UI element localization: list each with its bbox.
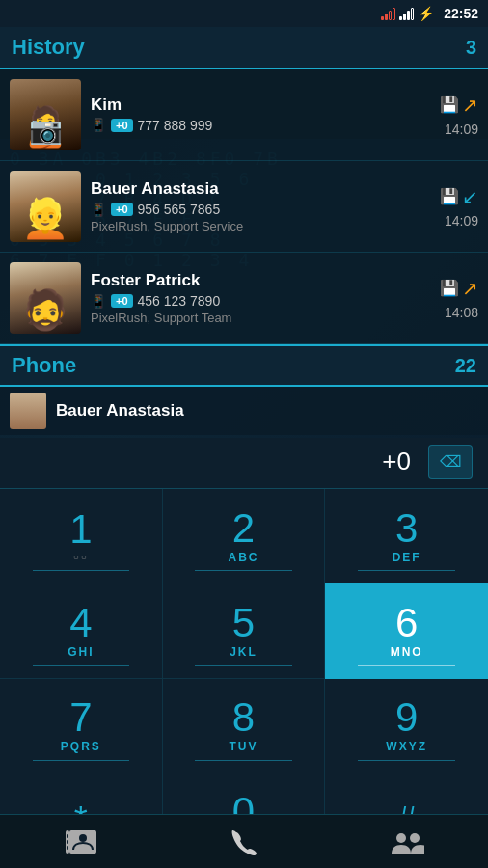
dial-key-letters-9: WXYZ xyxy=(386,740,427,753)
contact-name-foster: Foster Patrick xyxy=(91,271,425,290)
battery-icon: ⚡ xyxy=(418,6,434,21)
svg-rect-1 xyxy=(67,834,68,838)
call-icons-kim: 💾 ↗ xyxy=(440,94,478,117)
sim-icon-foster: 💾 xyxy=(440,279,459,297)
dial-key-6[interactable]: 6 MNO xyxy=(325,583,488,678)
contact-meta-foster: 💾 ↗ 14:08 xyxy=(425,277,478,320)
phone-nav-icon xyxy=(230,828,258,855)
contact-item-bauer[interactable]: 👱 Bauer Anastasia 📱 +0 956 565 7865 Pixe… xyxy=(0,161,488,253)
avatar-bauer: 👱 xyxy=(10,171,81,242)
call-time-kim: 14:09 xyxy=(445,122,478,137)
dial-key-underline-7 xyxy=(33,760,130,761)
svg-point-7 xyxy=(410,833,420,843)
contact-company-foster: PixelRush, Support Team xyxy=(91,311,425,325)
dial-key-9[interactable]: 9 WXYZ xyxy=(325,679,488,773)
contact-item-foster[interactable]: 🧔 Foster Patrick 📱 +0 456 123 7890 Pixel… xyxy=(0,253,488,344)
dial-key-number-6: 6 xyxy=(395,603,418,643)
dial-key-number-8: 8 xyxy=(232,697,255,738)
plus-badge-kim: +0 xyxy=(111,119,133,132)
dial-key-number-7: 7 xyxy=(69,697,92,738)
call-time-bauer: 14:09 xyxy=(445,213,478,229)
history-count: 3 xyxy=(466,37,476,59)
call-icons-bauer: 💾 ↙ xyxy=(440,185,478,208)
dial-key-underline-2 xyxy=(195,570,292,571)
contact-info-bauer: Bauer Anastasia 📱 +0 956 565 7865 PixelR… xyxy=(91,179,425,233)
dial-key-3[interactable]: 3 DEF xyxy=(325,489,488,583)
main-container: History 3 🙎 Kim 📱 +0 777 888 999 xyxy=(0,27,488,868)
phone-icon-kim: 📱 xyxy=(91,118,106,132)
dial-key-letters-1: ○○ xyxy=(73,552,89,562)
plus-badge-foster: +0 xyxy=(111,294,133,308)
dial-key-number-5: 5 xyxy=(232,603,255,643)
status-bar: ⚡ 22:52 xyxy=(0,0,488,27)
signal-2-icon xyxy=(399,8,414,20)
backspace-icon: ⌫ xyxy=(440,452,462,471)
nav-groups-button[interactable] xyxy=(378,815,436,868)
call-direction-kim: ↗ xyxy=(462,94,478,117)
backspace-button[interactable]: ⌫ xyxy=(428,445,473,479)
dial-key-letters-4: GHI xyxy=(68,645,94,659)
signal-1-icon xyxy=(381,8,395,20)
number-text-kim: 777 888 999 xyxy=(138,118,213,133)
phone-title: Phone xyxy=(12,353,76,378)
bottom-nav xyxy=(0,814,488,868)
phone-icon-foster: 📱 xyxy=(91,294,106,309)
number-text-foster: 456 123 7890 xyxy=(138,293,221,309)
contact-number-bauer: 📱 +0 956 565 7865 xyxy=(91,202,425,217)
history-header: History 3 xyxy=(0,27,488,69)
dial-key-4[interactable]: 4 GHI xyxy=(0,583,163,678)
dial-key-7[interactable]: 7 PQRS xyxy=(0,679,163,773)
dial-key-underline-6 xyxy=(358,665,455,666)
contact-list: 🙎 Kim 📱 +0 777 888 999 💾 ↗ xyxy=(0,69,488,344)
contact-list-container: 🙎 Kim 📱 +0 777 888 999 💾 ↗ xyxy=(0,69,488,344)
contact-company-bauer: PixelRush, Support Service xyxy=(91,219,425,233)
contact-info-kim: Kim 📱 +0 777 888 999 xyxy=(91,95,425,135)
contact-meta-bauer: 💾 ↙ 14:09 xyxy=(425,185,478,229)
dial-key-number-4: 4 xyxy=(69,603,92,643)
dial-pad: 1 ○○ 2 ABC 3 DEF 4 GHI 5 JKL xyxy=(0,489,488,868)
phone-icon-bauer: 📱 xyxy=(91,203,106,217)
dial-key-letters-6: MNO xyxy=(391,645,423,659)
contact-name-kim: Kim xyxy=(91,95,425,115)
dial-key-1[interactable]: 1 ○○ xyxy=(0,489,163,583)
dial-key-number-3: 3 xyxy=(395,508,418,549)
dialer-number-display: +0 xyxy=(15,447,411,476)
groups-icon xyxy=(390,828,424,855)
svg-point-5 xyxy=(79,834,87,842)
svg-rect-2 xyxy=(67,840,68,844)
dial-key-number-1: 1 xyxy=(69,509,92,550)
dial-key-number-9: 9 xyxy=(395,697,418,738)
dial-key-letters-3: DEF xyxy=(393,551,421,564)
phone-count: 22 xyxy=(455,355,476,377)
nav-phone-button[interactable] xyxy=(215,815,273,868)
dial-key-underline-3 xyxy=(358,570,455,571)
dial-key-underline-1 xyxy=(33,570,130,571)
plus-badge-bauer: +0 xyxy=(111,203,133,216)
dialer-input-area: +0 ⌫ xyxy=(0,435,488,489)
contact-item-kim[interactable]: 🙎 Kim 📱 +0 777 888 999 💾 ↗ xyxy=(0,69,488,161)
svg-rect-3 xyxy=(67,846,68,850)
dial-key-underline-9 xyxy=(358,760,455,761)
contact-name-bauer: Bauer Anastasia xyxy=(91,179,425,199)
dial-key-underline-4 xyxy=(33,665,130,666)
contacts-icon xyxy=(66,828,96,855)
partial-contact[interactable]: Bauer Anastasia xyxy=(0,387,488,435)
avatar-kim: 🙎 xyxy=(10,79,81,150)
svg-point-6 xyxy=(396,833,406,843)
sim-icon-kim: 💾 xyxy=(440,95,459,114)
history-title: History xyxy=(12,35,85,60)
dial-key-2[interactable]: 2 ABC xyxy=(163,489,326,583)
contact-meta-kim: 💾 ↗ 14:09 xyxy=(425,94,478,137)
contact-info-foster: Foster Patrick 📱 +0 456 123 7890 PixelRu… xyxy=(91,271,425,325)
dial-key-underline-8 xyxy=(195,760,292,761)
dial-key-letters-8: TUV xyxy=(229,740,258,753)
dial-key-letters-2: ABC xyxy=(228,551,258,564)
time-display: 22:52 xyxy=(444,6,478,21)
call-direction-foster: ↗ xyxy=(462,277,478,300)
partial-avatar xyxy=(10,393,46,429)
contact-number-foster: 📱 +0 456 123 7890 xyxy=(91,293,425,309)
dial-key-5[interactable]: 5 JKL xyxy=(163,583,326,678)
dial-key-letters-5: JKL xyxy=(230,645,258,659)
dial-key-8[interactable]: 8 TUV xyxy=(163,679,326,773)
nav-contacts-button[interactable] xyxy=(52,815,110,868)
